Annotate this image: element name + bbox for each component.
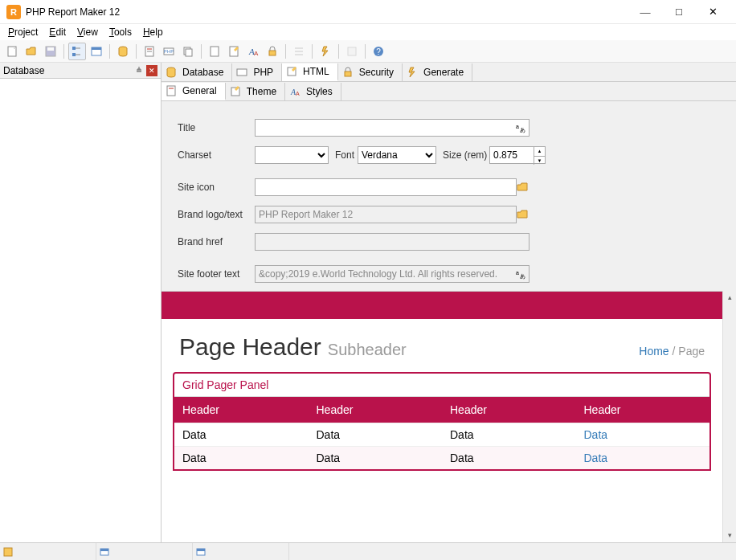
toolbar-separator xyxy=(63,44,64,59)
bolt-icon[interactable] xyxy=(317,43,334,60)
menu-view[interactable]: View xyxy=(72,26,103,39)
preview-grid: Grid Pager Panel Header Header Header He… xyxy=(173,372,711,471)
table-cell: Data xyxy=(309,447,443,470)
font-icon[interactable]: AA xyxy=(244,43,262,60)
table-cell: Data xyxy=(442,423,576,447)
theme-icon xyxy=(229,85,242,98)
page-icon xyxy=(165,84,178,97)
lock-icon xyxy=(341,66,354,79)
charset-select[interactable] xyxy=(255,146,329,164)
brandlogo-label: Brand logo/text xyxy=(178,209,255,220)
table-cell-link[interactable]: Data xyxy=(576,423,710,447)
multilang-icon[interactable]: aあ xyxy=(512,266,528,282)
brandhref-input[interactable] xyxy=(255,233,530,251)
menu-project[interactable]: Project xyxy=(3,26,43,39)
tab-label: Database xyxy=(182,67,223,78)
breadcrumb-home-link[interactable]: Home xyxy=(639,345,669,358)
close-button[interactable]: ✕ xyxy=(696,1,730,23)
size-label: Size (rem) xyxy=(443,149,489,161)
pin-icon[interactable] xyxy=(133,65,145,76)
vertical-scrollbar[interactable]: ▴ ▾ xyxy=(722,291,736,542)
edit-sheet-icon[interactable] xyxy=(225,43,243,60)
svg-rect-3 xyxy=(72,47,76,50)
svg-text:a: a xyxy=(516,124,519,129)
footer-label: Site footer text xyxy=(178,268,255,280)
menu-help[interactable]: Help xyxy=(138,26,168,39)
size-input[interactable] xyxy=(490,147,534,163)
subtab-theme[interactable]: Theme xyxy=(226,83,285,100)
table-row: Data Data Data Data xyxy=(174,423,709,447)
minimize-button[interactable]: ― xyxy=(628,1,662,23)
title-input[interactable] xyxy=(255,119,530,137)
table-row: Data Data Data Data xyxy=(174,447,709,470)
lock-icon[interactable] xyxy=(264,43,281,60)
browse-folder-icon[interactable] xyxy=(515,206,531,223)
save-icon[interactable] xyxy=(42,43,59,60)
page-icon[interactable] xyxy=(141,43,158,60)
html-icon xyxy=(285,65,298,78)
sidebar-close-icon[interactable]: ✕ xyxy=(146,65,157,76)
svg-rect-21 xyxy=(269,51,276,55)
menu-edit[interactable]: Edit xyxy=(44,26,71,39)
toolbar-separator xyxy=(338,44,339,59)
window-icon[interactable] xyxy=(88,43,105,60)
list-icon[interactable] xyxy=(290,43,308,60)
tab-php[interactable]: PHP xyxy=(232,63,282,81)
browse-folder-icon[interactable] xyxy=(515,179,531,195)
brandlogo-input[interactable] xyxy=(255,206,517,223)
svg-text:a: a xyxy=(516,270,519,276)
subtab-general[interactable]: General xyxy=(162,83,226,100)
status-segment xyxy=(0,543,96,561)
sidebar-title: Database xyxy=(3,65,133,76)
help-icon[interactable]: ? xyxy=(370,43,387,60)
siteicon-input[interactable] xyxy=(255,178,517,196)
db-icon[interactable] xyxy=(114,43,132,60)
open-icon[interactable] xyxy=(22,43,40,60)
bolt-icon xyxy=(406,66,419,79)
svg-rect-41 xyxy=(4,548,12,556)
tab-generate[interactable]: Generate xyxy=(403,63,472,81)
svg-text:PHP: PHP xyxy=(164,49,174,54)
table-header: Header xyxy=(576,397,710,423)
multilang-icon[interactable]: aあ xyxy=(512,120,528,136)
sidebar-header: Database ✕ xyxy=(0,63,161,79)
tab-label: Generate xyxy=(423,67,464,78)
svg-text:?: ? xyxy=(376,47,381,56)
preview-pane: Page Header Subheader Home / Page Grid P… xyxy=(162,291,722,542)
font-label: Font xyxy=(335,149,358,161)
svg-rect-17 xyxy=(211,47,219,56)
table-header: Header xyxy=(442,397,576,423)
copy-icon[interactable] xyxy=(179,43,197,60)
svg-rect-8 xyxy=(92,47,101,50)
scroll-down-icon[interactable]: ▾ xyxy=(723,529,736,542)
size-spinner[interactable]: ▲▼ xyxy=(534,147,545,165)
tab-database[interactable]: Database xyxy=(162,63,232,81)
subtab-label: Theme xyxy=(247,86,276,97)
sheet-icon[interactable] xyxy=(206,43,223,60)
menu-tools[interactable]: Tools xyxy=(104,26,137,39)
maximize-button[interactable]: □ xyxy=(662,1,696,23)
tree-icon[interactable] xyxy=(68,43,86,60)
status-segment xyxy=(96,543,193,561)
svg-rect-45 xyxy=(197,549,205,551)
font-select[interactable]: Verdana xyxy=(358,146,436,164)
footer-input[interactable] xyxy=(255,265,530,283)
svg-rect-31 xyxy=(345,72,351,76)
php-icon xyxy=(235,66,248,79)
subtab-styles[interactable]: AA Styles xyxy=(285,83,341,100)
svg-text:A: A xyxy=(254,50,259,57)
sidebar-body xyxy=(0,79,161,542)
database-icon xyxy=(165,66,178,79)
preview-topbar xyxy=(162,292,722,319)
table-cell-link[interactable]: Data xyxy=(576,447,710,470)
scroll-up-icon[interactable]: ▴ xyxy=(723,291,736,305)
toolbar-separator xyxy=(312,44,313,59)
new-icon[interactable] xyxy=(3,43,21,60)
tab-html[interactable]: HTML xyxy=(282,63,338,81)
table-header: Header xyxy=(174,397,309,423)
tab-label: HTML xyxy=(303,66,329,77)
php-icon[interactable]: PHP xyxy=(160,43,178,60)
tab-security[interactable]: Security xyxy=(338,63,403,81)
script-icon[interactable] xyxy=(343,43,361,60)
siteicon-label: Site icon xyxy=(178,182,255,193)
